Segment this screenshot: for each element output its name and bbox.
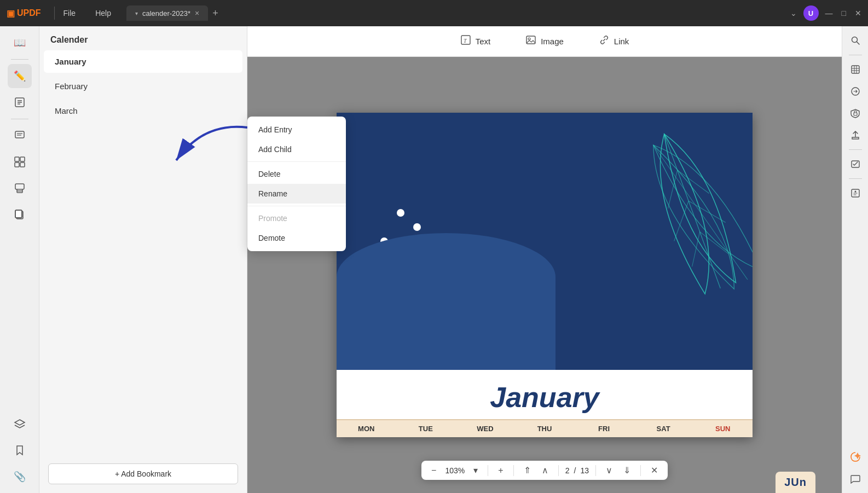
context-menu-demote[interactable]: Demote [247,228,346,248]
nav-last-button[interactable]: ⇓ [620,464,634,477]
sidebar-divider-1 [11,59,28,60]
svg-line-25 [678,163,709,201]
link-tool[interactable]: Link [592,31,636,51]
bookmarks-header: Calender [39,26,247,49]
ai-icon[interactable] [846,447,865,467]
image-tool[interactable]: Image [519,31,570,51]
logo-icon: ▣ [7,8,15,19]
stamp-icon[interactable] [8,176,32,200]
svg-marker-18 [15,420,25,425]
extract-icon[interactable] [846,183,865,203]
context-menu-rename[interactable]: Rename [247,184,346,204]
minimize-button[interactable]: — [825,9,833,18]
add-bookmark-section: + Add Bookmark [48,463,238,484]
svg-rect-22 [526,36,535,44]
bookmark-item-january[interactable]: January [44,50,242,73]
svg-rect-4 [15,131,24,138]
tab-close-button[interactable]: × [195,9,199,18]
page-separator: / [574,466,576,475]
sign-icon[interactable] [846,154,865,174]
protect-icon[interactable] [846,103,865,123]
nav-next-button[interactable]: ∨ [603,464,616,477]
day-mon: MON [337,420,396,437]
attach-icon[interactable]: 📎 [8,465,32,489]
tabs-dropdown-icon[interactable]: ⌄ [790,9,797,18]
comment-icon[interactable] [8,124,32,148]
link-icon [599,34,610,48]
page-total: 13 [580,466,589,475]
svg-rect-12 [17,191,22,193]
day-fri: FRI [574,420,634,437]
link-label: Link [614,37,629,46]
bookmark-icon[interactable] [8,438,32,462]
help-menu[interactable]: Help [91,7,115,20]
zoom-in-button[interactable]: + [495,465,506,477]
current-tab[interactable]: ▾ calender-2023* × [126,5,208,21]
add-tab-button[interactable]: + [212,8,218,19]
zoom-bar-close-button[interactable]: ✕ [647,464,661,477]
svg-rect-9 [15,163,19,167]
bookmark-item-february[interactable]: February [44,75,242,97]
zoom-divider-3 [558,465,559,476]
search-right-icon[interactable] [846,31,865,50]
text-icon: T [460,34,471,48]
tab-bar: ▾ calender-2023* × + [126,5,790,21]
zoom-bar: − 103% ▾ + ⇑ ∧ 2 / 13 ∨ ⇓ ✕ [421,461,668,480]
file-menu[interactable]: File [59,7,80,20]
pdf-page: January MON TUE WED THU FRI SAT SUN [337,113,753,437]
avatar[interactable]: U [803,5,819,21]
chat-icon[interactable] [846,469,865,489]
pdf-calendar-days: MON TUE WED THU FRI SAT SUN [337,419,753,437]
svg-point-23 [528,38,530,40]
blob-decoration [337,233,555,370]
zoom-out-button[interactable]: − [428,465,439,477]
context-menu-divider-2 [247,206,346,206]
viewer-toolbar: T Text Image [247,26,842,57]
jun-tab[interactable]: JUn [776,472,815,493]
context-menu-add-entry[interactable]: Add Entry [247,120,346,140]
organize-icon[interactable] [8,150,32,174]
text-tool[interactable]: T Text [454,31,497,51]
context-menu-delete[interactable]: Delete [247,164,346,184]
right-sidebar [842,26,868,493]
right-sidebar-divider-1 [849,55,862,55]
maximize-button[interactable]: □ [842,9,846,18]
context-menu-add-child[interactable]: Add Child [247,140,346,159]
pdf-header [337,113,753,370]
day-wed: WED [455,420,515,437]
right-sidebar-divider-3 [849,178,862,179]
day-sat: SAT [634,420,693,437]
tab-dropdown-icon[interactable]: ▾ [135,10,138,16]
image-icon [525,34,536,48]
svg-rect-8 [20,157,25,161]
bookmarks-panel: Calender January February March + Add Bo… [39,26,247,493]
titlebar-menu: File Help [59,7,115,20]
svg-line-33 [857,42,859,45]
sidebar-divider-2 [11,119,28,119]
close-button[interactable]: ✕ [855,9,861,18]
window-controls: — □ ✕ [825,9,861,18]
read-icon[interactable]: 📖 [8,31,32,55]
nav-first-button[interactable]: ⇑ [520,464,534,477]
layers-icon[interactable] [8,412,32,436]
svg-rect-10 [20,163,25,167]
add-bookmark-button[interactable]: + Add Bookmark [48,463,238,484]
context-menu-promote: Promote [247,208,346,228]
nav-prev-button[interactable]: ∧ [539,464,552,477]
bookmark-item-march[interactable]: March [44,100,242,122]
svg-rect-40 [854,113,857,115]
zoom-divider-5 [640,465,641,476]
ocr-icon[interactable] [846,60,865,79]
copy-icon[interactable] [8,202,32,227]
app-logo: ▣ UPDF [7,8,41,19]
context-menu: Add Entry Add Child Delete Rename Promot… [247,117,346,251]
svg-rect-11 [15,184,24,189]
day-tue: TUE [396,420,456,437]
export-icon[interactable] [846,125,865,145]
svg-rect-34 [852,66,859,73]
zoom-dropdown-button[interactable]: ▾ [470,464,481,477]
convert-icon[interactable] [846,82,865,101]
markup-icon[interactable] [8,90,32,114]
tab-title: calender-2023* [142,9,190,18]
edit-icon[interactable]: ✏️ [8,64,32,88]
